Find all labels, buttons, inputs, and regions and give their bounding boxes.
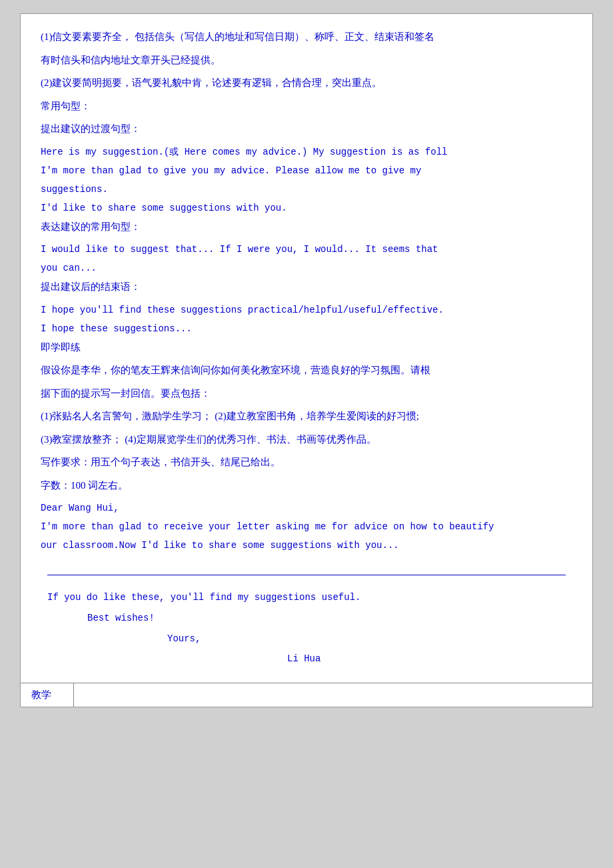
line23: Dear Wang Hui,	[41, 499, 572, 517]
line13: 提出建议后的结束语：	[41, 277, 572, 297]
line19: (1)张贴名人名言警句，激励学生学习； (2)建立教室图书角，培养学生爱阅读的好…	[41, 407, 572, 426]
line5: 提出建议的过渡句型：	[41, 119, 572, 139]
footer-line4: Li Hua	[47, 649, 566, 669]
page-container: (1)信文要素要齐全， 包括信头（写信人的地址和写信日期）、称呼、正文、结束语和…	[20, 13, 593, 707]
footer-line3: Yours,	[47, 629, 566, 649]
line9: I'd like to share some suggestions with …	[41, 199, 572, 217]
line10: 表达建议的常用句型：	[41, 217, 572, 237]
section-divider	[47, 575, 566, 575]
line12: you can...	[41, 259, 572, 277]
footer-line2: Best wishes!	[47, 608, 566, 629]
line6: Here is my suggestion.(或 Here comes my a…	[41, 143, 572, 161]
line18: 据下面的提示写一封回信。要点包括：	[41, 384, 572, 403]
line2: 有时信头和信内地址文章开头已经提供。	[41, 51, 572, 70]
line21: 写作要求：用五个句子表达，书信开头、结尾已给出。	[41, 453, 572, 472]
line8: suggestions.	[41, 180, 572, 199]
line17: 假设你是李华，你的笔友王辉来信询问你如何美化教室环境，营造良好的学习氛围。请根	[41, 361, 572, 380]
line7: I'm more than glad to give you my advice…	[41, 161, 572, 180]
line15: I hope these suggestions...	[41, 319, 572, 338]
bottom-bar: 教学	[21, 683, 592, 707]
line16: 即学即练	[41, 338, 572, 357]
line25: our classroom.Now I'd like to share some…	[41, 536, 572, 555]
bottom-label: 教学	[21, 683, 74, 707]
line3: (2)建议要简明扼要，语气要礼貌中肯，论述要有逻辑，合情合理，突出重点。	[41, 73, 572, 93]
line24: I'm more than glad to receive your lette…	[41, 517, 572, 536]
line1: (1)信文要素要齐全， 包括信头（写信人的地址和写信日期）、称呼、正文、结束语和…	[41, 27, 572, 47]
line20: (3)教室摆放整齐； (4)定期展览学生们的优秀习作、书法、书画等优秀作品。	[41, 430, 572, 449]
footer-section: If you do like these, you'll find my sug…	[21, 582, 592, 683]
line4: 常用句型：	[41, 97, 572, 116]
line22: 字数：100 词左右。	[41, 476, 572, 495]
footer-line1: If you do like these, you'll find my sug…	[47, 587, 566, 608]
bottom-content	[74, 683, 592, 707]
line11: I would like to suggest that... If I wer…	[41, 240, 572, 259]
main-content: (1)信文要素要齐全， 包括信头（写信人的地址和写信日期）、称呼、正文、结束语和…	[21, 14, 592, 568]
line14: I hope you'll find these suggestions pra…	[41, 301, 572, 319]
